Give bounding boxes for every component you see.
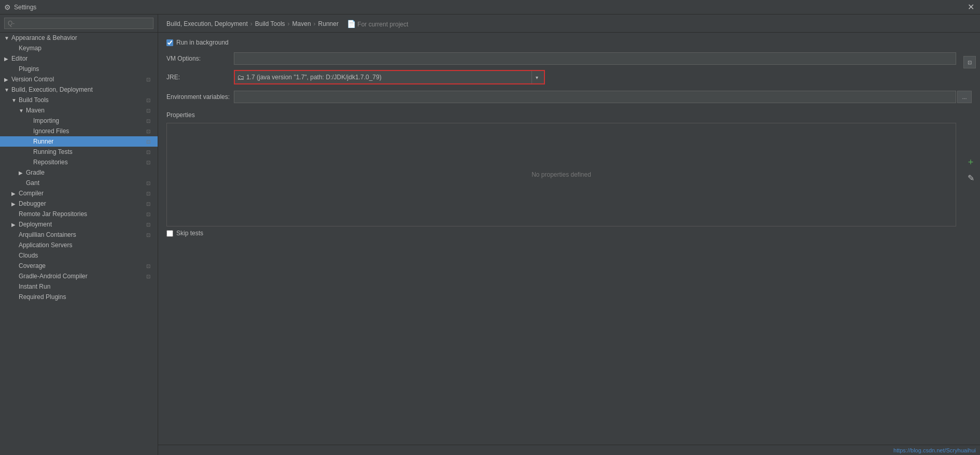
jre-dropdown-arrow[interactable]: ▾ <box>531 71 542 83</box>
sidebar-item-compiler[interactable]: ▶Compiler⊡ <box>0 188 158 198</box>
sidebar-item-copy-importing: ⊡ <box>146 118 153 124</box>
env-vars-browse-button[interactable]: ... <box>957 91 972 103</box>
jre-select-wrapper[interactable]: 🗂 1.7 (java version "1.7", path: D:/JDK/… <box>234 70 545 84</box>
edit-property-button[interactable]: ✎ <box>965 173 976 183</box>
sidebar-item-copy-arquillian-containers: ⊡ <box>146 232 153 238</box>
sidebar-item-arquillian-containers[interactable]: Arquillian Containers⊡ <box>0 230 158 240</box>
sidebar-item-keymap[interactable]: Keymap <box>0 43 158 53</box>
sidebar-item-copy-compiler: ⊡ <box>146 191 153 196</box>
jre-icon: 🗂 <box>237 73 244 81</box>
sidebar-item-arrow-deployment: ▶ <box>11 222 19 228</box>
breadcrumb-sep-1: › <box>288 20 290 27</box>
sidebar-item-label-instant-run: Instant Run <box>19 283 153 290</box>
sidebar-item-deployment[interactable]: ▶Deployment⊡ <box>0 219 158 230</box>
breadcrumb-sep-0: › <box>250 20 253 27</box>
close-button[interactable]: ✕ <box>965 2 976 12</box>
sidebar-item-copy-maven: ⊡ <box>146 108 153 113</box>
sidebar-item-label-compiler: Compiler <box>19 190 145 197</box>
sidebar-item-copy-coverage: ⊡ <box>146 263 153 269</box>
sidebar-item-repositories[interactable]: Repositories⊡ <box>0 157 158 167</box>
sidebar-item-debugger[interactable]: ▶Debugger⊡ <box>0 198 158 209</box>
sidebar-item-label-running-tests: Running Tests <box>33 148 145 155</box>
sidebar-item-gant[interactable]: Gant⊡ <box>0 178 158 188</box>
vm-options-expand-button[interactable]: ⊡ <box>963 56 976 68</box>
properties-table: No properties defined <box>166 123 956 226</box>
sidebar-item-copy-runner: ⊡ <box>146 139 153 145</box>
sidebar-item-arrow-appearance-behavior: ▼ <box>4 35 11 41</box>
status-bar: https://blog.csdn.net/Scryhuaihui <box>158 445 980 455</box>
sidebar-item-label-build-execution-deployment: Build, Execution, Deployment <box>11 86 153 93</box>
sidebar-item-arrow-build-execution-deployment: ▼ <box>4 87 11 93</box>
sidebar-item-label-arquillian-containers: Arquillian Containers <box>19 231 145 238</box>
sidebar-item-label-keymap: Keymap <box>19 45 153 52</box>
status-url[interactable]: https://blog.csdn.net/Scryhuaihui <box>893 447 976 453</box>
breadcrumb-note: 📄 For current project <box>347 20 408 28</box>
sidebar-item-label-required-plugins: Required Plugins <box>19 293 153 301</box>
env-vars-label: Environment variables: <box>166 93 234 101</box>
sidebar-item-copy-version-control: ⊡ <box>146 77 153 82</box>
breadcrumb-part-2[interactable]: Maven <box>292 20 311 27</box>
jre-value: 1.7 (java version "1.7", path: D:/JDK/jd… <box>246 74 531 81</box>
sidebar-item-copy-remote-jar-repositories: ⊡ <box>146 211 153 217</box>
no-properties-message: No properties defined <box>531 171 591 178</box>
sidebar-item-label-coverage: Coverage <box>19 262 145 269</box>
sidebar-item-copy-debugger: ⊡ <box>146 201 153 207</box>
sidebar-item-editor[interactable]: ▶Editor <box>0 53 158 64</box>
sidebar-item-build-execution-deployment[interactable]: ▼Build, Execution, Deployment <box>0 84 158 95</box>
sidebar-item-label-plugins: Plugins <box>19 65 153 73</box>
breadcrumb-part-0[interactable]: Build, Execution, Deployment <box>166 20 248 27</box>
content-body: Run in background VM Options: ⊡ JRE: 🗂 1… <box>158 33 980 445</box>
sidebar-item-arrow-gradle: ▶ <box>19 170 26 176</box>
sidebar-item-version-control[interactable]: ▶Version Control⊡ <box>0 74 158 84</box>
sidebar-item-copy-repositories: ⊡ <box>146 160 153 165</box>
sidebar-item-label-debugger: Debugger <box>19 200 145 207</box>
env-vars-input[interactable] <box>234 91 956 103</box>
sidebar-item-label-editor: Editor <box>11 55 153 62</box>
skip-tests-row: Skip tests <box>166 230 972 237</box>
sidebar-item-gradle[interactable]: ▶Gradle <box>0 167 158 178</box>
sidebar-item-appearance-behavior[interactable]: ▼Appearance & Behavior <box>0 33 158 43</box>
skip-tests-checkbox[interactable] <box>166 230 173 237</box>
sidebar-item-label-repositories: Repositories <box>33 159 145 166</box>
sidebar-item-ignored-files[interactable]: Ignored Files⊡ <box>0 126 158 136</box>
sidebar-item-required-plugins[interactable]: Required Plugins <box>0 292 158 302</box>
sidebar-item-label-runner: Runner <box>33 138 145 145</box>
sidebar-item-copy-running-tests: ⊡ <box>146 149 153 155</box>
sidebar-item-application-servers[interactable]: Application Servers <box>0 240 158 250</box>
sidebar-item-coverage[interactable]: Coverage⊡ <box>0 261 158 271</box>
sidebar: ▼Appearance & BehaviorKeymap▶EditorPlugi… <box>0 15 158 455</box>
breadcrumb-part-3[interactable]: Runner <box>318 20 339 27</box>
vm-options-label: VM Options: <box>166 55 234 62</box>
sidebar-item-build-tools[interactable]: ▼Build Tools⊡ <box>0 95 158 105</box>
sidebar-item-maven[interactable]: ▼Maven⊡ <box>0 105 158 116</box>
vm-options-input[interactable] <box>234 52 956 65</box>
sidebar-item-label-build-tools: Build Tools <box>19 96 145 104</box>
sidebar-item-label-appearance-behavior: Appearance & Behavior <box>11 34 153 41</box>
sidebar-item-label-gradle-android-compiler: Gradle-Android Compiler <box>19 273 145 280</box>
sidebar-item-arrow-debugger: ▶ <box>11 201 19 207</box>
sidebar-item-instant-run[interactable]: Instant Run <box>0 281 158 292</box>
breadcrumb-part-1[interactable]: Build Tools <box>255 20 285 27</box>
run-in-background-checkbox[interactable] <box>166 39 173 46</box>
search-input[interactable] <box>4 18 153 29</box>
sidebar-item-copy-ignored-files: ⊡ <box>146 129 153 134</box>
sidebar-item-remote-jar-repositories[interactable]: Remote Jar Repositories⊡ <box>0 209 158 219</box>
sidebar-item-arrow-build-tools: ▼ <box>11 97 19 103</box>
sidebar-item-label-gant: Gant <box>26 179 145 187</box>
sidebar-item-running-tests[interactable]: Running Tests⊡ <box>0 147 158 157</box>
sidebar-item-importing[interactable]: Importing⊡ <box>0 116 158 126</box>
sidebar-item-runner[interactable]: Runner⊡ <box>0 136 158 147</box>
sidebar-item-label-deployment: Deployment <box>19 221 145 228</box>
sidebar-item-clouds[interactable]: Clouds <box>0 250 158 261</box>
title-bar-icon: ⚙ <box>4 3 11 11</box>
sidebar-item-gradle-android-compiler[interactable]: Gradle-Android Compiler⊡ <box>0 271 158 281</box>
add-property-button[interactable]: + <box>965 157 976 167</box>
content-area: Build, Execution, Deployment › Build Too… <box>158 15 980 455</box>
right-actions: + ✎ <box>965 157 976 183</box>
search-bar <box>0 15 158 33</box>
sidebar-item-label-importing: Importing <box>33 117 145 124</box>
skip-tests-label: Skip tests <box>176 230 203 237</box>
env-vars-row: Environment variables: ... <box>166 91 972 103</box>
sidebar-item-plugins[interactable]: Plugins <box>0 64 158 74</box>
sidebar-item-label-clouds: Clouds <box>19 252 153 259</box>
